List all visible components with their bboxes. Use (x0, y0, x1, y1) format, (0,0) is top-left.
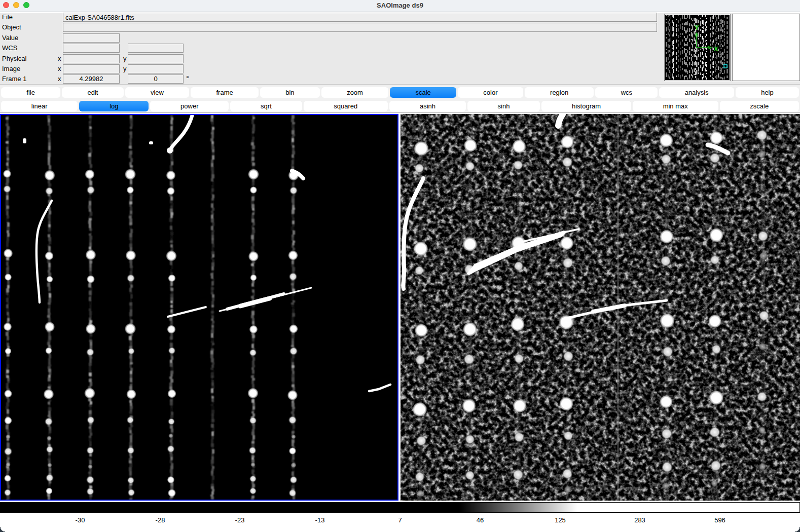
svg-text:Y: Y (695, 24, 699, 31)
svg-text:X: X (714, 45, 718, 53)
